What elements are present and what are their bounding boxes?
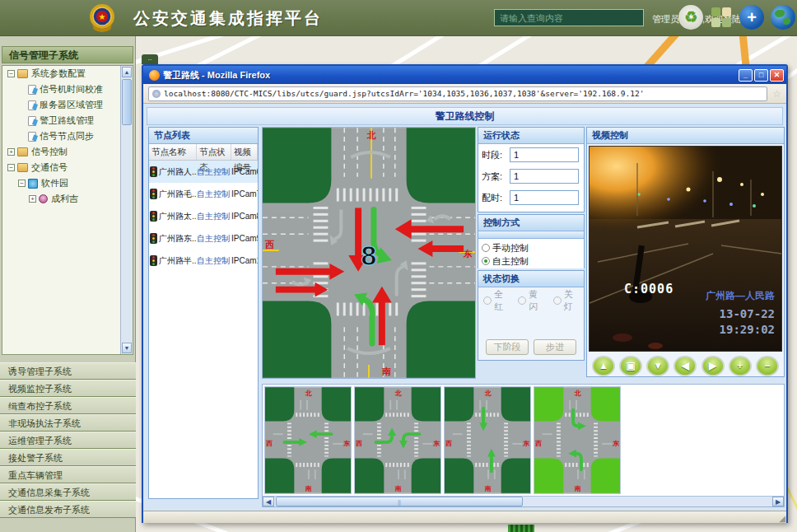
phase-thumbnail-1[interactable]: .ga{stroke:#3fbf3f;stroke-width:4;fill:n… [264, 386, 352, 494]
node-status-link[interactable]: 自主控制 [197, 166, 231, 178]
add-icon[interactable]: + [739, 5, 764, 30]
maximize-button[interactable]: □ [754, 69, 768, 82]
scroll-right-icon[interactable]: ▶ [772, 497, 784, 506]
url-box[interactable]: localhost:8080/CTC-MICS/libs/utcs/guard.… [148, 86, 767, 101]
minimize-button[interactable]: _ [739, 69, 753, 82]
pan-right-button[interactable]: ▶ [701, 356, 725, 376]
disabled-radio-黄闪[interactable]: 黄闪 [518, 294, 545, 307]
field-input[interactable] [510, 147, 579, 162]
window-titlebar[interactable]: 警卫路线 - Mozilla Firefox _ □ ✕ [143, 66, 786, 84]
window-title: 警卫路线 - Mozilla Firefox [163, 69, 737, 82]
button-步进[interactable]: 步进 [534, 339, 576, 355]
video-feed[interactable]: C:0006 广州路—人民路 13-07-22 19:29:02 [589, 146, 782, 352]
stop-button[interactable]: ▣ [619, 356, 642, 376]
firefox-window: 警卫路线 - Mozilla Firefox _ □ ✕ localhost:8… [142, 64, 788, 523]
resize-grip-icon[interactable]: ◢ [779, 514, 785, 523]
zoom-out-button[interactable]: − [756, 356, 779, 376]
field-input[interactable] [510, 190, 579, 205]
tree-scrollbar[interactable]: ▲ ▼ [120, 66, 133, 354]
svg-text:西: 西 [356, 440, 362, 447]
phase-thumbnail-4[interactable]: .ga{stroke:#3fbf3f;stroke-width:4;fill:n… [534, 386, 621, 494]
radio-icon[interactable] [483, 296, 492, 305]
horizontal-scrollbar[interactable]: ◀ || ▶ [263, 496, 784, 506]
scroll-down-icon[interactable]: ▼ [122, 343, 132, 353]
tree-item-交通信号[interactable]: −交通信号 [2, 160, 133, 175]
radio-icon[interactable] [482, 257, 490, 265]
field-input[interactable] [510, 169, 579, 184]
collapse-icon[interactable]: − [7, 164, 15, 171]
svg-text:南: 南 [305, 485, 312, 492]
sidebar-panel-title[interactable]: 信号管理子系统 [2, 46, 133, 63]
tree-item-信号控制[interactable]: +信号控制 [2, 144, 133, 160]
tree-item-信号节点同步[interactable]: 信号节点同步 [2, 128, 133, 144]
page-title: 警卫路线控制 [147, 107, 783, 125]
tree-item-label: 成利吉 [51, 193, 78, 205]
bookmark-star-icon[interactable]: ☆ [772, 88, 781, 100]
disabled-radio-关灯[interactable]: 关灯 [553, 294, 580, 307]
tree-item-信号机时间校准[interactable]: 信号机时间校准 [2, 82, 133, 97]
pan-down-button[interactable]: ▼ [646, 356, 669, 376]
sidebar-item-运维管理子系统[interactable]: 运维管理子系统 [0, 432, 136, 449]
radio-option-自主控制[interactable]: 自主控制 [482, 254, 580, 268]
radio-option-手动控制[interactable]: 手动控制 [482, 241, 580, 254]
node-status-link[interactable]: 自主控制 [197, 255, 231, 267]
globe-icon[interactable] [771, 5, 795, 30]
node-status-link[interactable]: 自主控制 [197, 211, 231, 222]
west-label: 西 [264, 240, 274, 250]
map-grid-icon[interactable] [710, 5, 734, 30]
url-text[interactable]: localhost:8080/CTC-MICS/libs/utcs/guard.… [164, 89, 644, 98]
node-table-header: 节点名称节点状态视频编号 [149, 144, 258, 161]
sidebar-item-诱导管理子系统[interactable]: 诱导管理子系统 [0, 362, 136, 380]
node-status-link[interactable]: 自主控制 [197, 189, 231, 200]
node-status-link[interactable]: 自主控制 [197, 233, 231, 245]
table-row[interactable]: 广州路太...自主控制IPCam8 [149, 205, 258, 227]
tree-item-服务器区域管理[interactable]: 服务器区域管理 [2, 97, 133, 113]
sidebar-item-视频监控子系统[interactable]: 视频监控子系统 [0, 380, 136, 397]
svg-text:★: ★ [99, 12, 106, 21]
tree-item-系统参数配置[interactable]: −系统参数配置 [2, 66, 133, 82]
sidebar-item-交通信息发布子系统[interactable]: 交通信息发布子系统 [0, 501, 136, 518]
sidebar-item-缉查布控子系统[interactable]: 缉查布控子系统 [0, 397, 136, 414]
button-下阶段[interactable]: 下阶段 [486, 339, 529, 355]
scroll-up-icon[interactable]: ▲ [122, 67, 132, 77]
intersection-diagram[interactable]: 8 北 东 西 南 [262, 127, 476, 379]
zoom-in-button[interactable]: + [729, 356, 752, 376]
expand-icon[interactable]: + [29, 195, 36, 203]
sidebar-item-接处警子系统[interactable]: 接处警子系统 [0, 449, 136, 466]
radio-icon[interactable] [518, 296, 526, 305]
camera-time: 19:29:02 [720, 322, 775, 338]
table-row[interactable]: 广州路东...自主控制IPCam9 [149, 227, 258, 250]
state-switch-panel: 状态切换 全红黄闪关灯 下阶段步进 [478, 270, 585, 361]
run-status-panel: 运行状态 时段:方案:配时: [478, 127, 585, 212]
tree-scroll-thumb[interactable] [122, 79, 132, 125]
table-row[interactable]: 广州路毛...自主控制IPCam7 [149, 183, 258, 205]
collapse-icon[interactable]: − [18, 180, 26, 187]
collapsed-panel-tab[interactable]: .. [142, 54, 158, 64]
pan-left-button[interactable]: ◀ [673, 356, 697, 376]
sidebar-item-非现场执法子系统[interactable]: 非现场执法子系统 [0, 414, 136, 432]
radio-icon[interactable] [482, 244, 490, 252]
url-toolbar: localhost:8080/CTC-MICS/libs/utcs/guard.… [143, 84, 786, 104]
search-input[interactable] [494, 9, 644, 26]
scroll-left-icon[interactable]: ◀ [263, 497, 274, 506]
phase-thumbnail-2[interactable]: .ga{stroke:#3fbf3f;stroke-width:4;fill:n… [354, 386, 441, 494]
pan-up-button[interactable]: ▲ [592, 356, 615, 376]
doc-icon [28, 85, 36, 95]
table-row[interactable]: 广州路半...自主控制IPCam10 [149, 250, 258, 272]
tree-item-成利吉[interactable]: +成利吉 [2, 191, 133, 207]
sidebar-item-交通信息采集子系统[interactable]: 交通信息采集子系统 [0, 483, 136, 501]
close-button[interactable]: ✕ [770, 69, 784, 82]
expand-icon[interactable]: + [7, 148, 15, 156]
tree-item-软件园[interactable]: −软件园 [2, 175, 133, 191]
recycle-icon[interactable]: ♻ [678, 5, 703, 30]
radio-icon[interactable] [553, 296, 562, 305]
scroll-thumb[interactable]: || [276, 497, 523, 506]
collapse-icon[interactable]: − [7, 70, 15, 77]
countdown-number: 8 [361, 240, 377, 271]
column-header: 节点状态 [197, 144, 231, 160]
tree-item-警卫路线管理[interactable]: 警卫路线管理 [2, 113, 133, 128]
sidebar-item-重点车辆管理[interactable]: 重点车辆管理 [0, 466, 136, 483]
disabled-radio-全红[interactable]: 全红 [483, 294, 510, 307]
phase-thumbnail-3[interactable]: .ga{stroke:#3fbf3f;stroke-width:4;fill:n… [444, 386, 531, 494]
field-label: 配时: [482, 192, 510, 204]
